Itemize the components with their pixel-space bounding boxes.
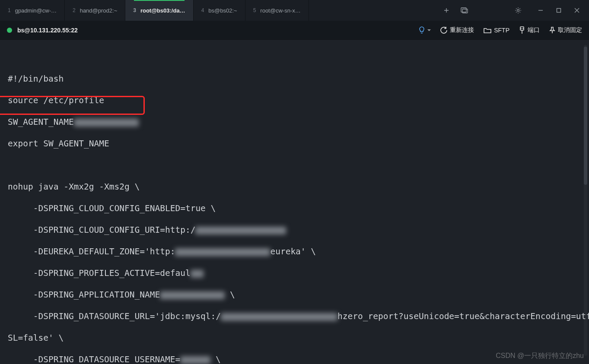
tabs-container: 1 gpadmin@cw-… 2 hand@prod2:~ 3 root@bs0…	[0, 0, 309, 21]
terminal-line: -DSPRING_DATASOURCE_URL='jdbc:mysql:/hze…	[8, 311, 589, 322]
tab-1[interactable]: 1 gpadmin@cw-…	[0, 0, 65, 21]
tab-label: root@cw-sn-x…	[260, 7, 300, 14]
terminal-line: -DSPRING_CLOUD_CONFIG_ENABLED=true \	[8, 203, 589, 214]
terminal-line: source /etc/profile	[8, 95, 589, 106]
tab-5[interactable]: 5 root@cw-sn-x…	[245, 0, 309, 21]
unpin-button[interactable]: 取消固定	[549, 26, 582, 34]
terminal-line: -DEUREKA_DEFAULT_ZONE='http:eureka' \	[8, 246, 589, 257]
toolbar: bs@10.131.220.55:22 重新连接 SFTP 端口 取消固定	[0, 21, 589, 40]
add-tab-icon[interactable]	[442, 6, 451, 15]
terminal-line: export SW_AGENT_NAME	[8, 138, 589, 149]
terminal-line	[8, 160, 589, 171]
terminal-line: -DSPRING_CLOUD_CONFIG_URI=http:/	[8, 225, 589, 235]
tab-3[interactable]: 3 root@bs03:/da…	[125, 0, 193, 21]
tab-label: root@bs03:/da…	[140, 7, 185, 14]
settings-icon[interactable]	[514, 6, 522, 15]
terminal-line: #!/bin/bash	[8, 73, 589, 84]
tab-label: bs@bs02:~	[208, 7, 237, 14]
connection-status-icon	[7, 28, 12, 33]
close-icon[interactable]	[573, 6, 581, 15]
tab-index: 2	[73, 7, 76, 13]
tab-label: gpadmin@cw-…	[15, 7, 57, 14]
toolbar-actions: 重新连接 SFTP 端口 取消固定	[419, 26, 582, 34]
window-controls	[532, 6, 581, 15]
unpin-label: 取消固定	[558, 26, 582, 34]
port-label: 端口	[528, 26, 540, 34]
tab-index: 1	[8, 7, 11, 13]
tab-index: 4	[201, 7, 204, 13]
terminal-line: SL=false' \	[8, 332, 589, 343]
hints-button[interactable]	[419, 26, 431, 34]
tab-index: 5	[253, 7, 256, 13]
terminal-line: SW_AGENT_NAME	[8, 117, 589, 127]
reconnect-button[interactable]: 重新连接	[440, 26, 474, 34]
maximize-icon[interactable]	[554, 6, 563, 15]
sftp-label: SFTP	[494, 27, 509, 34]
scrollbar-thumb[interactable]	[584, 47, 587, 185]
minimize-icon[interactable]	[536, 6, 545, 15]
reconnect-label: 重新连接	[450, 26, 474, 34]
watermark: CSDN @一只独行特立的zhu	[496, 351, 584, 361]
terminal-area[interactable]: #!/bin/bash source /etc/profile SW_AGENT…	[0, 40, 589, 364]
tabbar-actions	[434, 0, 589, 21]
svg-rect-0	[461, 8, 466, 12]
window-list-icon[interactable]	[460, 6, 469, 15]
tab-index: 3	[133, 7, 136, 13]
tab-bar: 1 gpadmin@cw-… 2 hand@prod2:~ 3 root@bs0…	[0, 0, 589, 21]
sftp-button[interactable]: SFTP	[484, 27, 509, 34]
tab-4[interactable]: 4 bs@bs02:~	[194, 0, 245, 21]
host-label: bs@10.131.220.55:22	[17, 27, 78, 34]
svg-rect-4	[520, 27, 524, 30]
terminal-line: -DSPRING_APPLICATION_NAME \	[8, 289, 589, 300]
port-button[interactable]: 端口	[519, 26, 540, 34]
svg-point-2	[517, 9, 519, 12]
tab-2[interactable]: 2 hand@prod2:~	[65, 0, 125, 21]
tab-label: hand@prod2:~	[80, 7, 118, 14]
terminal-line: -DSPRING_PROFILES_ACTIVE=defaul	[8, 268, 589, 279]
terminal-line: nohup java -Xmx2g -Xms2g \	[8, 181, 589, 192]
chevron-down-icon	[427, 29, 431, 33]
svg-rect-3	[557, 9, 561, 13]
terminal-scrollbar[interactable]	[584, 45, 587, 356]
